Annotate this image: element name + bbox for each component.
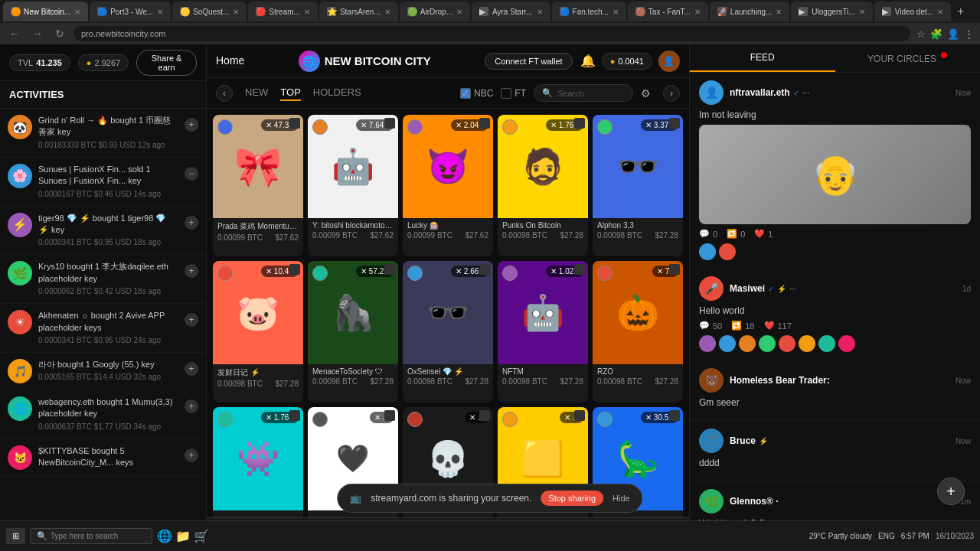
- activity-follow-5[interactable]: +: [185, 362, 198, 376]
- post-like-1[interactable]: ❤️ 117: [764, 321, 792, 331]
- start-button[interactable]: ⊞: [6, 528, 25, 544]
- tab-fantech[interactable]: 🔵 Fan.tech... ✕: [552, 2, 626, 21]
- tab-stream[interactable]: 🔴 Stream... ✕: [248, 2, 318, 21]
- tab-close-video[interactable]: ✕: [937, 8, 943, 16]
- tab-close-soquest[interactable]: ✕: [233, 8, 239, 16]
- nft-menu-12[interactable]: [479, 410, 490, 421]
- tab-close-tax[interactable]: ✕: [694, 8, 701, 16]
- activity-follow-2[interactable]: +: [185, 216, 198, 230]
- nft-card-9[interactable]: 🎃 ✕ 78 RZO 0.00098 BTC $27.28: [593, 261, 683, 403]
- tab-tax[interactable]: 🟤 Tax - FanT... ✕: [628, 2, 708, 21]
- post-avatar-0[interactable]: 👤: [699, 80, 724, 105]
- nft-card-1[interactable]: 🤖 ✕ 7.64K Y: bitoshi blockamoto 🎩 B... 0…: [308, 115, 398, 256]
- home-tab[interactable]: Home: [216, 54, 244, 67]
- tab-ayra[interactable]: ▶ Ayra Starr... ✕: [472, 2, 550, 21]
- nft-menu-9[interactable]: [669, 264, 680, 275]
- forward-button[interactable]: →: [29, 26, 46, 41]
- nbc-filter[interactable]: ✓ NBC: [460, 88, 493, 99]
- tab-close-airdrop[interactable]: ✕: [456, 8, 462, 16]
- post-retweet-0[interactable]: 🔁 0: [727, 229, 745, 239]
- nft-menu-10[interactable]: [289, 410, 300, 421]
- share-earn-button[interactable]: Share & earn: [136, 50, 197, 76]
- tab-close-launch[interactable]: ✕: [776, 8, 782, 16]
- nft-card-4[interactable]: 🕶️ ✕ 3.37K Alphon 3,3 0.00098 BTC $27.28: [593, 115, 683, 256]
- nft-card-2[interactable]: 😈 ✕ 2.04K Lucky 🎰 0.00099 BTC $27.62: [403, 115, 493, 256]
- nft-menu-2[interactable]: [479, 118, 490, 129]
- nft-menu-13[interactable]: [574, 410, 585, 421]
- tab-close-ayra[interactable]: ✕: [537, 8, 543, 16]
- activity-follow-7[interactable]: +: [185, 448, 198, 462]
- nft-menu-1[interactable]: [384, 118, 395, 129]
- reload-button[interactable]: ↻: [52, 26, 67, 41]
- post-like-0[interactable]: ❤️ 1: [754, 229, 773, 239]
- search-box[interactable]: 🔍 Search: [534, 84, 633, 102]
- post-comment-0[interactable]: 💬 0: [699, 229, 717, 239]
- address-bar[interactable]: pro.newbitcoincity.com: [74, 26, 910, 41]
- tab-holders[interactable]: HOLDERS: [313, 85, 361, 101]
- nft-menu-7[interactable]: [479, 264, 490, 275]
- activity-item-2[interactable]: ⚡ tiger98 💎 ⚡ bought 1 tiger98 💎 ⚡ key 0…: [0, 207, 206, 256]
- filter-options-icon[interactable]: ⚙: [641, 87, 651, 99]
- back-button[interactable]: ←: [6, 26, 23, 41]
- activity-item-0[interactable]: 🐼 Grind n' Roll → 🔥 bought 1 币圈慈善家 key 0…: [0, 109, 206, 158]
- activity-follow-6[interactable]: +: [185, 399, 198, 413]
- nav-next-button[interactable]: ›: [663, 85, 680, 102]
- activity-follow-4[interactable]: +: [185, 313, 198, 327]
- bookmark-icon[interactable]: ☆: [916, 28, 926, 40]
- tab-newbitcoincity[interactable]: 🟠 New Bitcoin... ✕: [3, 2, 88, 21]
- ft-filter[interactable]: FT: [501, 88, 526, 99]
- nft-menu-4[interactable]: [669, 118, 680, 129]
- nft-card-5[interactable]: 🐷 ✕ 10.4K 发财日记 ⚡ 0.00098 BTC $27.28: [213, 261, 303, 403]
- notification-icon[interactable]: 🔔: [580, 54, 596, 68]
- tab-close[interactable]: ✕: [74, 8, 80, 16]
- tab-close-stars[interactable]: ✕: [384, 8, 390, 16]
- nft-card-8[interactable]: 🤖 ✕ 1.02K NFTM 0.00098 BTC $27.28: [498, 261, 588, 403]
- nft-menu-0[interactable]: [289, 118, 300, 129]
- tab-circles[interactable]: YOUR CIRCLES: [835, 44, 981, 72]
- ft-checkbox[interactable]: [501, 88, 511, 99]
- add-post-button[interactable]: +: [937, 478, 965, 505]
- tab-port3[interactable]: 🔵 Port3 - We... ✕: [90, 2, 171, 21]
- tab-close-stream[interactable]: ✕: [304, 8, 310, 16]
- activity-item-1[interactable]: 🌸 Sunues | FusionX Fin... sold 1 Sunues …: [0, 158, 206, 207]
- tab-feed[interactable]: FEED: [690, 44, 835, 72]
- stop-sharing-button[interactable]: Stop sharing: [541, 491, 603, 506]
- activity-item-4[interactable]: ☀ Akhenaten ☼ bought 2 Avive APP placeho…: [0, 304, 206, 353]
- post-avatar-1[interactable]: 🎤: [699, 276, 724, 301]
- taskbar-explorer-icon[interactable]: 📁: [175, 529, 191, 543]
- user-avatar[interactable]: 👤: [658, 51, 680, 72]
- nft-menu-11[interactable]: [384, 410, 395, 421]
- tab-close-vloggers[interactable]: ✕: [859, 8, 865, 16]
- menu-icon[interactable]: ⋮: [964, 28, 974, 40]
- nft-card-10[interactable]: 👾 ✕ 1.76K ... 0.00098 BTC $27.28: [213, 407, 303, 517]
- nft-card-7[interactable]: 🕶️ ✕ 2.66K OxSensei 💎 ⚡ 0.00098 BTC $27.…: [403, 261, 493, 403]
- post-avatar-4[interactable]: 🌿: [699, 489, 724, 514]
- tab-top[interactable]: TOP: [280, 85, 301, 101]
- taskbar-chrome-icon[interactable]: 🌐: [157, 529, 172, 543]
- post-avatar-2[interactable]: 🐻: [699, 368, 724, 393]
- nft-menu-5[interactable]: [289, 264, 300, 275]
- post-comment-1[interactable]: 💬 50: [699, 321, 722, 331]
- profile-icon[interactable]: 👤: [947, 28, 959, 40]
- nft-menu-6[interactable]: [384, 264, 395, 275]
- tab-vloggers[interactable]: ▶ UloggersTi... ✕: [791, 2, 872, 21]
- tab-airdrop[interactable]: 🟢 AirDrop... ✕: [400, 2, 470, 21]
- tab-close-port3[interactable]: ✕: [157, 8, 163, 16]
- activity-follow-3[interactable]: +: [185, 264, 198, 278]
- tab-new[interactable]: NEW: [245, 85, 268, 101]
- extensions-icon[interactable]: 🧩: [930, 28, 942, 40]
- nft-card-3[interactable]: 🧔 ✕ 1.76K Punks On Bitcoin 0.00098 BTC $…: [498, 115, 588, 256]
- activity-item-5[interactable]: 🎵 라아 bought 1 Googly (55.) key 0.0005165…: [0, 353, 206, 390]
- activity-item-6[interactable]: 🌐 webagency.eth bought 1 Mumu(3,3) place…: [0, 390, 206, 439]
- nft-card-6[interactable]: 🦍 ✕ 57.2K MenaceToSociety 🛡 0.00098 BTC …: [308, 261, 398, 403]
- tab-soquest[interactable]: 🟡 SoQuest... ✕: [172, 2, 247, 21]
- nav-prev-button[interactable]: ‹: [216, 85, 233, 102]
- nft-menu-8[interactable]: [574, 264, 585, 275]
- nft-menu-3[interactable]: [574, 118, 585, 129]
- activity-item-3[interactable]: 🌿 Krys10 bought 1 李大族daqilee.eth placeho…: [0, 255, 206, 304]
- tab-launch[interactable]: 🚀 Launching... ✕: [710, 2, 790, 21]
- tab-video[interactable]: ▶ Video det... ✕: [874, 2, 951, 21]
- nft-card-0[interactable]: 🎀 ✕ 47.3K Prada 菜鸡 Momentum Cap... 0.000…: [213, 115, 303, 256]
- activity-follow-1[interactable]: −: [185, 167, 198, 181]
- connect-wallet-button[interactable]: Connect FT wallet: [485, 53, 572, 70]
